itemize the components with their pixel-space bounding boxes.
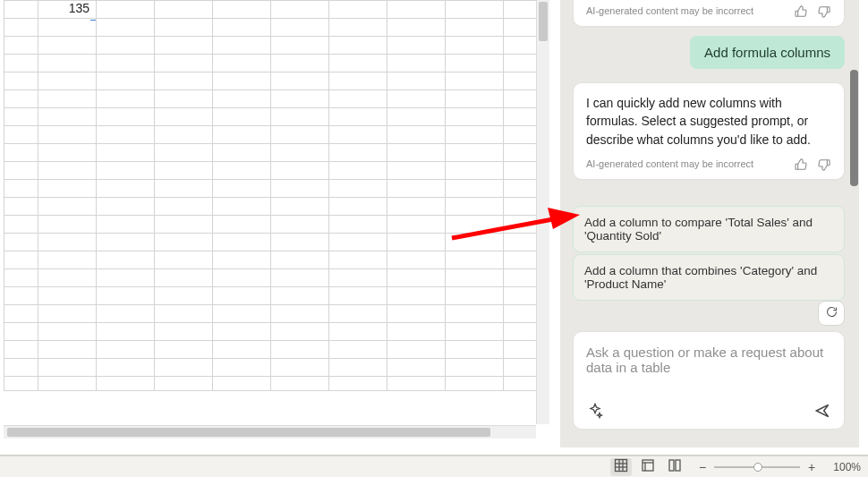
ai-disclaimer: AI-generated content may be incorrect — [586, 4, 753, 19]
assistant-text: I can quickly add new columns with formu… — [586, 94, 831, 149]
scrollbar-thumb[interactable] — [539, 2, 548, 41]
sheet-horizontal-scrollbar[interactable] — [4, 425, 536, 439]
thumbs-up-button[interactable] — [794, 158, 808, 172]
copilot-panel: AI-generated content may be incorrect Ad… — [560, 0, 859, 447]
sheet-vertical-scrollbar[interactable] — [536, 0, 549, 424]
prompt-input[interactable] — [586, 345, 831, 388]
panel-vertical-scrollbar[interactable] — [850, 0, 859, 447]
zoom-slider-knob[interactable] — [753, 463, 762, 472]
app-root: 135 AI-generated content may be incorrec… — [0, 0, 868, 477]
assistant-message: I can quickly add new columns with formu… — [573, 82, 845, 180]
thumbs-up-button[interactable] — [794, 4, 808, 19]
zoom-slider[interactable] — [714, 461, 800, 473]
svg-rect-11 — [676, 460, 680, 471]
send-icon — [813, 402, 831, 420]
sparkle-icon — [586, 402, 604, 420]
grid-view-icon — [614, 458, 628, 475]
formula-indicator — [90, 15, 96, 21]
user-message: Add formula columns — [690, 36, 845, 69]
cell-value[interactable]: 135 — [57, 1, 93, 17]
spreadsheet-area[interactable]: 135 — [4, 0, 549, 439]
status-bar: − + 100% — [0, 456, 868, 477]
prompt-guide-button[interactable] — [586, 402, 604, 420]
assistant-message-prev: AI-generated content may be incorrect — [573, 0, 845, 27]
grid[interactable]: 135 — [4, 0, 549, 439]
scrollbar-thumb[interactable] — [850, 70, 858, 186]
refresh-icon — [825, 305, 838, 322]
svg-rect-2 — [616, 460, 627, 472]
suggestion-combine-columns[interactable]: Add a column that combines 'Category' an… — [573, 254, 845, 301]
zoom-in-button[interactable]: + — [805, 460, 818, 474]
page-break-icon — [668, 458, 682, 475]
view-page-break-button[interactable] — [664, 458, 685, 476]
thumbs-down-button[interactable] — [817, 4, 831, 19]
zoom-percent[interactable]: 100% — [823, 461, 861, 473]
zoom-out-button[interactable]: − — [696, 460, 709, 474]
send-button[interactable] — [813, 402, 831, 420]
zoom-controls: − + 100% — [696, 460, 861, 474]
refresh-suggestions-button[interactable] — [818, 301, 845, 326]
suggestion-compare-columns[interactable]: Add a column to compare 'Total Sales' an… — [573, 206, 845, 252]
page-layout-icon — [641, 458, 655, 475]
view-page-layout-button[interactable] — [637, 458, 659, 476]
prompt-input-card — [573, 331, 845, 430]
grid-frame: 135 — [4, 0, 549, 390]
thumbs-down-button[interactable] — [817, 158, 831, 172]
ai-disclaimer: AI-generated content may be incorrect — [586, 158, 753, 172]
svg-rect-7 — [642, 460, 653, 471]
scrollbar-thumb[interactable] — [7, 428, 490, 437]
svg-rect-10 — [669, 460, 674, 471]
view-normal-button[interactable] — [610, 458, 632, 476]
